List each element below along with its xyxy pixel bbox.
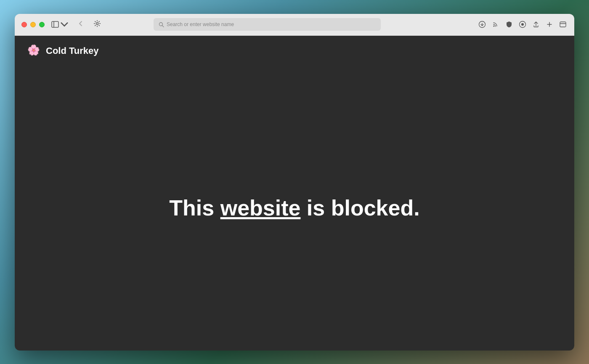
sidebar-toggle-button[interactable]	[51, 21, 68, 28]
tab-overview-button[interactable]	[558, 20, 568, 29]
rss-button[interactable]	[491, 20, 500, 29]
svg-rect-0	[52, 21, 58, 27]
blocked-text-part2: is blocked.	[300, 196, 419, 220]
extensions-icon	[519, 21, 526, 28]
sidebar-toggle-icon	[51, 21, 59, 28]
toolbar-right	[478, 20, 568, 29]
chevron-down-icon	[61, 21, 68, 28]
address-bar[interactable]: Search or enter website name	[154, 18, 381, 31]
new-tab-button[interactable]	[545, 20, 554, 29]
blocked-message: This website is blocked.	[169, 195, 419, 221]
search-icon	[159, 22, 164, 27]
svg-point-2	[96, 23, 98, 25]
download-icon	[478, 21, 486, 28]
share-button[interactable]	[531, 20, 541, 29]
svg-rect-9	[560, 22, 566, 27]
settings-button[interactable]	[92, 18, 103, 31]
extensions-button[interactable]	[518, 20, 527, 29]
shield-button[interactable]	[504, 20, 514, 29]
svg-line-4	[162, 25, 164, 27]
new-tab-icon	[546, 21, 553, 28]
share-icon	[532, 21, 540, 28]
browser-titlebar: Search or enter website name	[15, 14, 574, 36]
page-main: This website is blocked.	[15, 66, 574, 351]
shield-icon	[505, 21, 513, 28]
svg-point-8	[521, 23, 524, 26]
browser-content: 🌸 Cold Turkey This website is blocked.	[15, 36, 574, 351]
maximize-button[interactable]	[39, 22, 45, 27]
blocked-text-part1: This	[169, 196, 220, 220]
close-button[interactable]	[21, 22, 27, 27]
address-bar-placeholder: Search or enter website name	[167, 21, 234, 27]
rss-icon	[492, 21, 499, 28]
brand-name: Cold Turkey	[46, 45, 99, 56]
gear-icon	[93, 20, 101, 27]
minimize-button[interactable]	[30, 22, 36, 27]
back-arrow-icon	[77, 20, 84, 27]
back-button[interactable]	[75, 19, 87, 30]
browser-window: Search or enter website name	[15, 14, 574, 351]
brand-logo-icon: 🌸	[27, 44, 41, 58]
blocked-text-word: website	[220, 196, 301, 220]
download-button[interactable]	[478, 20, 487, 29]
page-header: 🌸 Cold Turkey	[15, 36, 574, 66]
svg-point-6	[493, 26, 495, 27]
traffic-lights	[21, 22, 45, 27]
tab-overview-icon	[559, 21, 567, 28]
